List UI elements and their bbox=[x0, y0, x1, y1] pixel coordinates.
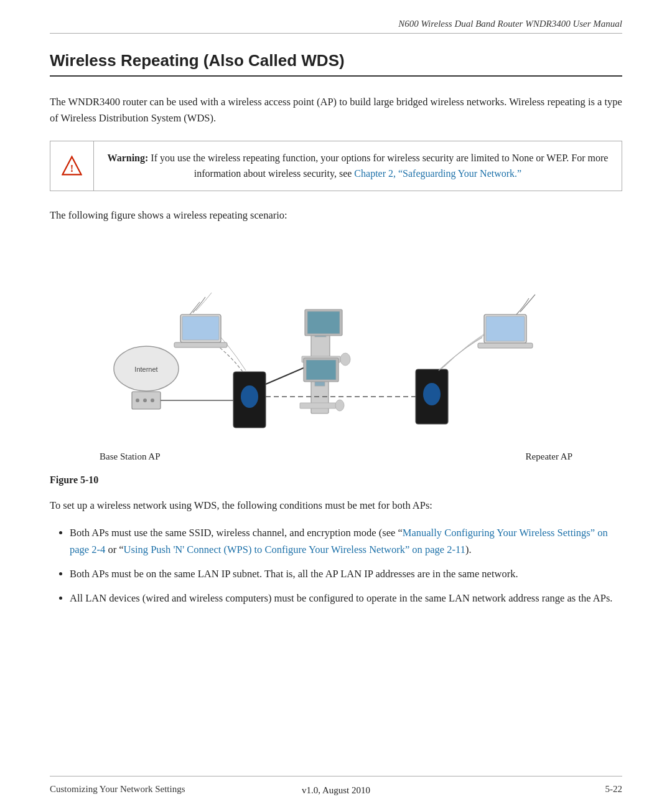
bullet3-text: All LAN devices (wired and wireless comp… bbox=[70, 592, 612, 604]
warning-box: ! Warning: If you use the wireless repea… bbox=[50, 141, 622, 191]
svg-point-10 bbox=[241, 385, 258, 408]
bullet1-text-before: Both APs must use the same SSID, wireles… bbox=[70, 527, 403, 539]
repeater-caption: Repeater AP bbox=[526, 451, 572, 462]
figure-label: Figure 5-10 bbox=[50, 474, 622, 486]
footer-right: 5-22 bbox=[605, 784, 623, 795]
network-diagram-svg: Internet bbox=[81, 235, 591, 446]
bullet1-link2[interactable]: Using Push 'N' Connect (WPS) to Configur… bbox=[124, 544, 465, 555]
warning-text: Warning: If you use the wireless repeati… bbox=[94, 141, 622, 191]
svg-point-29 bbox=[423, 383, 441, 405]
body-paragraph: To set up a wireless network using WDS, … bbox=[50, 497, 622, 514]
header-title: N600 Wireless Dual Band Router WNDR3400 … bbox=[398, 19, 622, 29]
svg-point-5 bbox=[136, 399, 139, 402]
chapter-title: Wireless Repeating (Also Called WDS) bbox=[50, 51, 622, 77]
figure-captions-row: Base Station AP Repeater AP bbox=[81, 451, 591, 462]
base-station-caption: Base Station AP bbox=[100, 451, 161, 462]
warning-label: Warning: bbox=[108, 153, 149, 163]
svg-rect-32 bbox=[478, 343, 533, 348]
bullet2-text: Both APs must be on the same LAN IP subn… bbox=[70, 568, 518, 580]
bullet-list: Both APs must use the same SSID, wireles… bbox=[70, 524, 622, 615]
footer-center: v1.0, August 2010 bbox=[302, 785, 370, 796]
svg-text:Internet: Internet bbox=[134, 366, 157, 373]
warning-link[interactable]: Chapter 2, “Safeguarding Your Network.” bbox=[354, 168, 521, 179]
svg-point-26 bbox=[335, 400, 344, 411]
footer-left: Customizing Your Network Settings bbox=[50, 784, 185, 795]
figure-intro-text: The following figure shows a wireless re… bbox=[50, 207, 622, 224]
svg-point-7 bbox=[151, 399, 154, 402]
svg-rect-12 bbox=[182, 316, 219, 340]
bullet1-text-middle: or “ bbox=[105, 544, 123, 555]
svg-rect-18 bbox=[307, 311, 340, 334]
warning-icon-cell: ! bbox=[50, 141, 94, 191]
svg-point-6 bbox=[143, 399, 147, 402]
svg-rect-25 bbox=[300, 403, 336, 408]
svg-rect-31 bbox=[486, 316, 525, 341]
bullet1-text-after: ). bbox=[465, 544, 472, 555]
page-header: N600 Wireless Dual Band Router WNDR3400 … bbox=[50, 0, 622, 34]
svg-rect-24 bbox=[306, 360, 336, 380]
svg-text:!: ! bbox=[70, 163, 74, 174]
warning-triangle-icon: ! bbox=[62, 152, 82, 179]
svg-point-20 bbox=[340, 353, 350, 366]
bullet-item-2: Both APs must be on the same LAN IP subn… bbox=[70, 565, 622, 582]
figure-diagram: Internet bbox=[81, 235, 591, 446]
bullet-item-3: All LAN devices (wired and wireless comp… bbox=[70, 590, 622, 606]
svg-rect-13 bbox=[174, 342, 227, 347]
figure-container: Internet bbox=[50, 235, 622, 465]
intro-paragraph: The WNDR3400 router can be used with a w… bbox=[50, 94, 622, 127]
bullet-item-1: Both APs must use the same SSID, wireles… bbox=[70, 524, 622, 558]
